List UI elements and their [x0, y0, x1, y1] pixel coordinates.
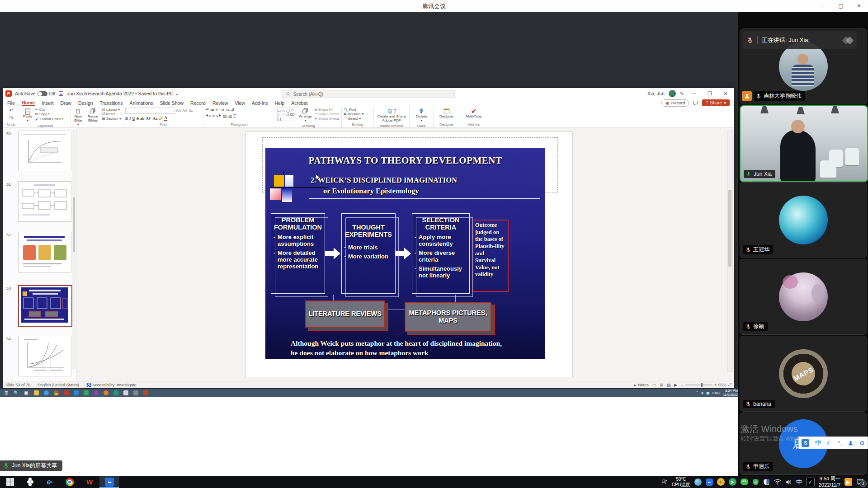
- text-direction-icon[interactable]: ⇵: [231, 108, 235, 112]
- shape-fill-button[interactable]: ◆ Shape Fill: [315, 108, 340, 112]
- tencent-meeting-taskbar-icon[interactable]: [99, 476, 119, 488]
- shrink-font-icon[interactable]: A˅: [182, 108, 187, 113]
- redo-icon[interactable]: ↷: [9, 115, 13, 121]
- chinese-mode-icon[interactable]: 中: [815, 439, 821, 447]
- numbering-icon[interactable]: ≔: [210, 108, 214, 112]
- app-icon[interactable]: [101, 389, 110, 396]
- create-pdf-button[interactable]: 🗎⤴ Create and Share Adobe PDF: [376, 108, 407, 123]
- shapes-gallery[interactable]: ▭ △ ◯ ⬭ ☆ ⇨ ❏ ⌦ { }: [277, 108, 296, 121]
- tab-acrobat[interactable]: Acrobat: [291, 100, 307, 106]
- record-button[interactable]: ◉Record: [661, 99, 689, 107]
- underline-icon[interactable]: U: [132, 116, 136, 121]
- tray-language[interactable]: ENG: [712, 391, 720, 395]
- slide-thumbnail-50[interactable]: [18, 131, 71, 171]
- section-button[interactable]: ▦ Section ▾: [102, 117, 121, 121]
- autosave-toggle-track[interactable]: [38, 91, 47, 96]
- find-button[interactable]: 🔍 Find: [344, 108, 364, 112]
- tab-home[interactable]: Home: [22, 100, 35, 106]
- browser-icon[interactable]: [42, 389, 51, 396]
- app-icon[interactable]: [61, 389, 71, 396]
- participant-tile[interactable]: MAPS banana: [740, 336, 867, 412]
- thumbnail-scrollbar[interactable]: [72, 130, 75, 369]
- language-indicator[interactable]: English (United States): [38, 383, 79, 387]
- wifi-tray-icon[interactable]: [774, 479, 781, 485]
- layout-button[interactable]: ▤ Layout ▾: [102, 108, 121, 112]
- undo-icon[interactable]: ↶: [9, 108, 13, 113]
- system-clock[interactable]: 9:54 周一 2022/11/7: [819, 476, 840, 488]
- zoom-slider[interactable]: [685, 385, 712, 385]
- indent-increase-icon[interactable]: ⇥: [221, 108, 224, 112]
- slide-thumbnail-53-selected[interactable]: [18, 285, 72, 327]
- close-icon[interactable]: ✕: [850, 0, 868, 12]
- arrow-tray-icon[interactable]: ➤: [729, 478, 736, 486]
- tab-design[interactable]: Design: [78, 100, 93, 106]
- shape-outline-button[interactable]: ▱ Shape Outline: [315, 112, 340, 116]
- reading-view-icon[interactable]: ▤: [667, 383, 671, 387]
- grow-font-icon[interactable]: A˄: [176, 108, 181, 113]
- bullets-icon[interactable]: ☰: [205, 108, 209, 112]
- tab-help[interactable]: Help: [275, 100, 285, 106]
- tab-insert[interactable]: Insert: [42, 100, 53, 106]
- notification-center-icon[interactable]: 2: [856, 479, 864, 486]
- account-avatar[interactable]: [669, 90, 676, 97]
- zoom-in-icon[interactable]: +: [714, 383, 717, 387]
- chrome-icon[interactable]: [52, 389, 61, 396]
- app-icon[interactable]: [131, 389, 140, 396]
- coin-tray-icon[interactable]: +: [717, 478, 725, 486]
- start-button[interactable]: [0, 476, 20, 488]
- app-icon[interactable]: [121, 389, 130, 396]
- app-icon[interactable]: [71, 389, 80, 396]
- normal-view-icon[interactable]: ▭: [652, 383, 656, 387]
- ppt-close-icon[interactable]: ✕: [720, 91, 731, 97]
- reuse-slides-button[interactable]: 🗇 Reuse Slides: [85, 108, 100, 123]
- app-icon[interactable]: [111, 389, 120, 396]
- copy-button[interactable]: ⧉ Copy ▾: [35, 112, 63, 117]
- italic-icon[interactable]: I: [129, 116, 131, 121]
- arrange-button[interactable]: 🗇 Arrange▾: [298, 108, 312, 123]
- defender-shield-warning-icon[interactable]: [763, 479, 770, 486]
- cut-button[interactable]: ✂ Cut: [35, 108, 63, 112]
- canvas-scrollbar[interactable]: [727, 131, 733, 372]
- change-case-icon[interactable]: Aa: [152, 116, 157, 121]
- ime-mode-indicator[interactable]: 中: [796, 478, 802, 486]
- meeting-tray-icon[interactable]: [706, 479, 713, 486]
- align-center-icon[interactable]: ≡: [212, 114, 214, 118]
- search-input[interactable]: Search (Alt+Q): [282, 90, 455, 98]
- highlight-icon[interactable]: 🖍: [159, 116, 163, 121]
- share-button[interactable]: ⤴Share ▾: [702, 99, 730, 106]
- tab-slide-show[interactable]: Slide Show: [160, 100, 184, 106]
- format-painter-button[interactable]: 🖌 Format Painter: [35, 117, 63, 121]
- wechat-tray-icon[interactable]: [741, 479, 748, 485]
- align-left-icon[interactable]: ⯇≡: [205, 113, 211, 118]
- powerpoint-taskbar-icon[interactable]: [141, 389, 150, 396]
- maximize-icon[interactable]: ▢: [832, 0, 850, 12]
- replace-button[interactable]: ⇄ Replace ▾: [344, 112, 364, 116]
- font-size-select[interactable]: [163, 108, 175, 114]
- mathtype-button[interactable]: ✔ MathType: [465, 108, 482, 119]
- autosave-toggle[interactable]: AutoSave Off: [15, 91, 55, 96]
- select-button[interactable]: ⬚ Select ▾: [344, 117, 364, 121]
- slide-page[interactable]: PATHWAYS TO THEORY DEVELOPMENT 2. WEICK’…: [245, 131, 573, 377]
- contacts-tray-icon[interactable]: [661, 479, 668, 485]
- align-right-icon[interactable]: ≡⯈: [216, 113, 222, 118]
- user-icon[interactable]: [848, 440, 854, 446]
- file-explorer-icon[interactable]: [32, 389, 41, 396]
- accessibility-indicator[interactable]: ♿ Accessibility: Investigate: [86, 383, 137, 387]
- punctuation-icon[interactable]: °,: [838, 440, 842, 446]
- document-title[interactable]: Jun Xia Research Agenda 2022 • Saved to …: [67, 91, 179, 96]
- tab-review[interactable]: Review: [212, 100, 228, 106]
- font-name-select[interactable]: [125, 108, 161, 114]
- strikethrough-icon[interactable]: S: [137, 116, 139, 121]
- line-spacing-icon[interactable]: ↕≡: [225, 108, 230, 112]
- save-icon[interactable]: [58, 91, 64, 96]
- justify-icon[interactable]: ▤: [223, 114, 227, 118]
- bold-icon[interactable]: B: [125, 116, 128, 121]
- indent-decrease-icon[interactable]: ⇤: [216, 108, 219, 112]
- start-icon[interactable]: ⊞: [2, 389, 11, 396]
- internet-explorer-icon[interactable]: e▸: [40, 476, 60, 488]
- participant-tile[interactable]: 王冠华: [740, 182, 867, 258]
- reset-button[interactable]: ↺ Reset: [102, 112, 121, 116]
- security-shield-icon[interactable]: [752, 479, 759, 486]
- tray-chevron-icon[interactable]: ⌃: [696, 391, 699, 395]
- pencil-icon[interactable]: ✎: [680, 91, 684, 97]
